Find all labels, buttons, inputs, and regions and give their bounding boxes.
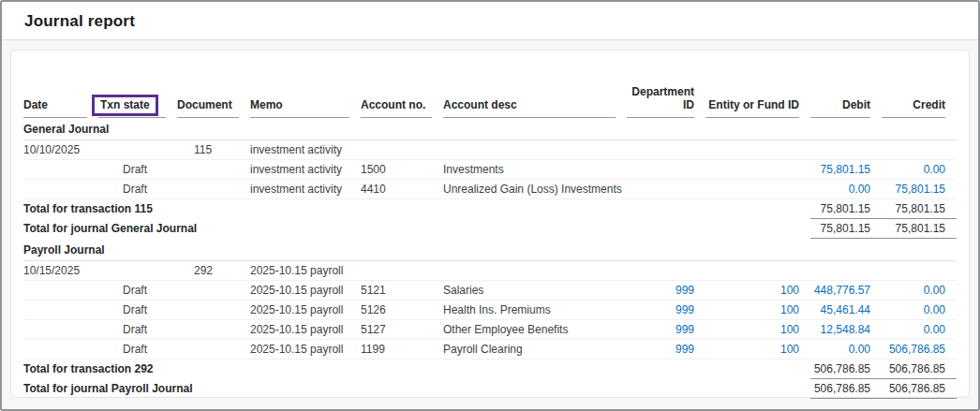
total-label: Total for transaction 292 [23, 360, 810, 379]
page-title: Journal report [24, 12, 956, 31]
amount-link-credit[interactable]: 0.00 [882, 281, 957, 301]
col-header-underline: Document [177, 95, 239, 118]
total-credit-value: 506,786.85 [882, 360, 957, 379]
col-header-label: Department ID [631, 85, 694, 111]
col-header-document: Document [177, 82, 250, 118]
cell-document [177, 301, 250, 320]
amount-link-credit[interactable]: 0.00 [882, 301, 957, 320]
cell-date [23, 180, 98, 199]
amount-link-debit[interactable]: 0.00 [810, 180, 882, 199]
section-label: General Journal [23, 118, 957, 140]
col-header-underline: Date [23, 95, 87, 118]
total-debit-value: 506,786.85 [810, 360, 882, 379]
amount-link-debit[interactable]: 448,776.57 [810, 281, 882, 301]
col-header-account_no: Account no. [361, 82, 443, 118]
cell-account_no: 1199 [361, 340, 443, 360]
col-header-label: Credit [913, 98, 945, 111]
cell-account_desc: Unrealized Gain (Loss) Investments [443, 180, 627, 199]
col-header-label: Memo [250, 98, 283, 111]
cell-memo: 2025-10.15 payroll [250, 281, 361, 301]
cell-memo: 2025-10.15 payroll [250, 340, 361, 360]
cell-entity_fund_id [705, 180, 810, 199]
cell-date [23, 160, 98, 180]
cell-txn_state: Draft [98, 160, 177, 180]
cell-account_desc: Other Employee Benefits [443, 320, 627, 340]
cell-debit [810, 261, 882, 281]
col-header-department_id: Department ID [627, 82, 705, 118]
col-header-memo: Memo [250, 82, 361, 118]
col-header-underline: Memo [250, 95, 349, 118]
col-header-debit: Debit [810, 82, 882, 118]
section-label: Payroll Journal [23, 239, 957, 261]
cell-memo: investment activity [250, 160, 361, 180]
cell-credit [882, 140, 957, 160]
cell-date [23, 301, 98, 320]
amount-link-department_id[interactable]: 999 [627, 301, 705, 320]
total-label: Total for journal Payroll Journal [23, 379, 810, 399]
col-header-underline: Department ID [627, 82, 694, 118]
cell-entity_fund_id [705, 140, 810, 160]
cell-account_no [361, 140, 443, 160]
amount-link-entity_fund_id[interactable]: 100 [705, 281, 810, 301]
detail-row: Draft2025-10.15 payroll1199Payroll Clear… [23, 340, 957, 360]
cell-txn_state: Draft [98, 301, 177, 320]
total-row: Total for transaction 292506,786.85506,7… [23, 360, 957, 379]
amount-link-entity_fund_id[interactable]: 100 [705, 301, 810, 320]
cell-account_no: 1500 [361, 160, 443, 180]
total-credit-value: 75,801.15 [882, 199, 957, 219]
cell-entity_fund_id [705, 261, 810, 281]
cell-account_desc: Investments [443, 160, 627, 180]
total-debit-value: 75,801.15 [810, 199, 882, 219]
col-header-underline: Credit [882, 95, 945, 118]
amount-link-debit[interactable]: 12,548.84 [810, 320, 882, 340]
cell-txn_state: Draft [98, 180, 177, 199]
cell-document [177, 281, 250, 301]
amount-link-department_id[interactable]: 999 [627, 320, 705, 340]
col-header-underline: Entity or Fund ID [705, 95, 799, 118]
amount-link-credit[interactable]: 0.00 [882, 160, 957, 180]
col-header-label: Account desc [443, 98, 517, 111]
col-header-label: Account no. [361, 98, 425, 111]
journal-table: DateTxn stateDocumentMemoAccount no.Acco… [23, 82, 957, 411]
cell-memo: 2025-10.15 payroll [250, 261, 361, 281]
cell-account_desc: Health Ins. Premiums [443, 301, 627, 320]
amount-link-debit[interactable]: 45,461.44 [810, 301, 882, 320]
amount-link-entity_fund_id[interactable]: 100 [705, 320, 810, 340]
amount-link-credit[interactable]: 0.00 [882, 320, 957, 340]
amount-link-department_id[interactable]: 999 [627, 281, 705, 301]
cell-txn_state: Draft [98, 320, 177, 340]
total-credit-value: 506,786.85 [882, 379, 957, 399]
cell-document [177, 180, 250, 199]
amount-link-debit[interactable]: 75,801.15 [810, 160, 882, 180]
amount-link-debit[interactable]: 0.00 [810, 340, 882, 360]
col-header-underline: Debit [810, 95, 870, 118]
detail-row: Draftinvestment activity1500Investments7… [23, 160, 957, 180]
total-debit-value: 506,786.85 [810, 379, 882, 399]
col-header-txn_state: Txn state [98, 82, 177, 118]
amount-link-department_id[interactable]: 999 [627, 340, 705, 360]
cell-entity_fund_id [705, 160, 810, 180]
total-debit-value: 75,801.15 [810, 219, 882, 239]
col-header-underline: Txn state [98, 95, 166, 118]
col-header-account_desc: Account desc [443, 82, 627, 118]
amount-link-credit[interactable]: 75,801.15 [882, 180, 957, 199]
amount-link-entity_fund_id[interactable]: 100 [705, 340, 810, 360]
cell-account_desc: Salaries [443, 281, 627, 301]
cell-date [23, 320, 98, 340]
col-header-label: Document [177, 98, 232, 111]
cell-date [23, 281, 98, 301]
total-label: Total for journal General Journal [23, 219, 810, 239]
cell-department_id [627, 140, 705, 160]
col-header-underline: Account desc [443, 95, 616, 118]
cell-department_id [627, 180, 705, 199]
cell-credit [882, 261, 957, 281]
txn-state-highlight-box: Txn state [92, 95, 158, 116]
spacer-cell [23, 399, 957, 411]
cell-txn_state [98, 261, 177, 281]
col-header-label: Debit [842, 98, 870, 111]
cell-document: 115 [177, 140, 250, 160]
journal-section-row: Payroll Journal [23, 239, 957, 261]
col-header-date: Date [23, 82, 98, 118]
cell-account_desc [443, 140, 627, 160]
amount-link-credit[interactable]: 506,786.85 [882, 340, 957, 360]
